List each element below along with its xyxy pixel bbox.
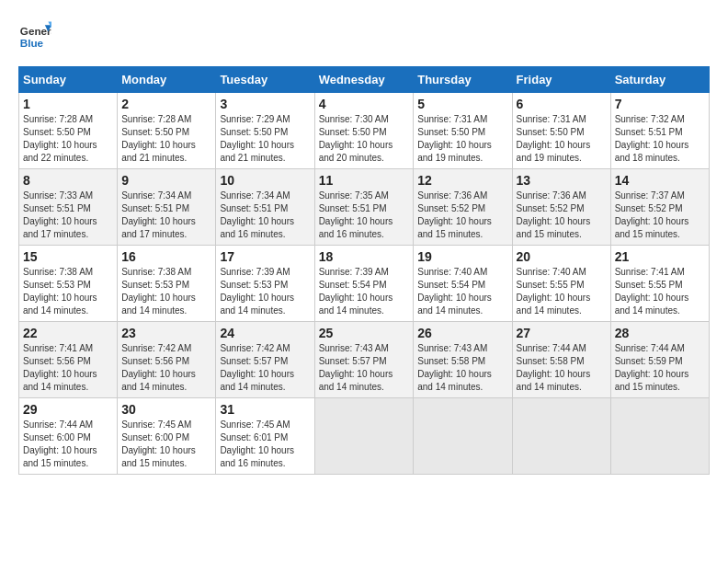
day-number: 20 <box>517 249 607 264</box>
day-info: Sunrise: 7:28 AM Sunset: 5:50 PM Dayligh… <box>121 113 211 165</box>
calendar-cell: 16Sunrise: 7:38 AM Sunset: 5:53 PM Dayli… <box>118 246 216 322</box>
calendar-cell <box>512 398 610 475</box>
calendar-cell: 30Sunrise: 7:45 AM Sunset: 6:00 PM Dayli… <box>118 398 216 475</box>
calendar-cell: 20Sunrise: 7:40 AM Sunset: 5:55 PM Dayli… <box>512 246 610 322</box>
weekday-header-thursday: Thursday <box>414 67 512 93</box>
day-info: Sunrise: 7:41 AM Sunset: 5:56 PM Dayligh… <box>23 342 113 394</box>
day-number: 8 <box>23 173 113 188</box>
calendar-cell: 7Sunrise: 7:32 AM Sunset: 5:51 PM Daylig… <box>610 93 709 169</box>
calendar-body: 1Sunrise: 7:28 AM Sunset: 5:50 PM Daylig… <box>19 93 710 475</box>
day-info: Sunrise: 7:43 AM Sunset: 5:58 PM Dayligh… <box>417 342 507 394</box>
svg-text:Blue: Blue <box>20 37 44 49</box>
day-number: 3 <box>220 97 310 111</box>
calendar-cell: 6Sunrise: 7:31 AM Sunset: 5:50 PM Daylig… <box>512 93 610 169</box>
day-info: Sunrise: 7:34 AM Sunset: 5:51 PM Dayligh… <box>220 190 310 241</box>
calendar-cell: 5Sunrise: 7:31 AM Sunset: 5:50 PM Daylig… <box>414 93 512 169</box>
day-info: Sunrise: 7:32 AM Sunset: 5:51 PM Dayligh… <box>615 113 705 165</box>
day-number: 12 <box>417 173 507 188</box>
day-info: Sunrise: 7:30 AM Sunset: 5:50 PM Dayligh… <box>319 113 410 165</box>
day-info: Sunrise: 7:31 AM Sunset: 5:50 PM Dayligh… <box>417 113 507 165</box>
calendar-cell: 17Sunrise: 7:39 AM Sunset: 5:53 PM Dayli… <box>216 246 314 322</box>
calendar-week-2: 8Sunrise: 7:33 AM Sunset: 5:51 PM Daylig… <box>19 169 710 246</box>
day-info: Sunrise: 7:45 AM Sunset: 6:00 PM Dayligh… <box>121 419 211 470</box>
day-info: Sunrise: 7:42 AM Sunset: 5:56 PM Dayligh… <box>121 342 211 394</box>
day-number: 30 <box>121 402 211 417</box>
calendar-cell: 14Sunrise: 7:37 AM Sunset: 5:52 PM Dayli… <box>610 169 709 246</box>
day-number: 26 <box>417 326 507 340</box>
day-info: Sunrise: 7:33 AM Sunset: 5:51 PM Dayligh… <box>23 190 113 241</box>
day-number: 22 <box>23 326 113 340</box>
day-info: Sunrise: 7:44 AM Sunset: 5:59 PM Dayligh… <box>615 342 705 394</box>
day-info: Sunrise: 7:34 AM Sunset: 5:51 PM Dayligh… <box>121 190 211 241</box>
day-number: 31 <box>220 402 310 417</box>
day-number: 15 <box>23 249 113 264</box>
day-number: 21 <box>615 249 705 264</box>
calendar-cell: 4Sunrise: 7:30 AM Sunset: 5:50 PM Daylig… <box>314 93 414 169</box>
day-info: Sunrise: 7:42 AM Sunset: 5:57 PM Dayligh… <box>220 342 310 394</box>
day-number: 23 <box>121 326 211 340</box>
calendar-cell <box>414 398 512 475</box>
weekday-header-sunday: Sunday <box>19 67 118 93</box>
day-number: 27 <box>517 326 607 340</box>
weekday-header-row: SundayMondayTuesdayWednesdayThursdayFrid… <box>19 67 710 93</box>
calendar-cell: 10Sunrise: 7:34 AM Sunset: 5:51 PM Dayli… <box>216 169 314 246</box>
calendar-cell: 22Sunrise: 7:41 AM Sunset: 5:56 PM Dayli… <box>19 322 118 398</box>
day-number: 5 <box>417 97 507 111</box>
calendar-cell: 28Sunrise: 7:44 AM Sunset: 5:59 PM Dayli… <box>610 322 709 398</box>
day-number: 17 <box>220 249 310 264</box>
calendar-cell: 9Sunrise: 7:34 AM Sunset: 5:51 PM Daylig… <box>118 169 216 246</box>
page-header: General Blue <box>18 18 710 52</box>
day-info: Sunrise: 7:35 AM Sunset: 5:51 PM Dayligh… <box>319 190 410 241</box>
day-info: Sunrise: 7:45 AM Sunset: 6:01 PM Dayligh… <box>220 419 310 470</box>
calendar-cell: 27Sunrise: 7:44 AM Sunset: 5:58 PM Dayli… <box>512 322 610 398</box>
weekday-header-saturday: Saturday <box>610 67 709 93</box>
day-number: 24 <box>220 326 310 340</box>
day-info: Sunrise: 7:36 AM Sunset: 5:52 PM Dayligh… <box>417 190 507 241</box>
calendar-cell: 15Sunrise: 7:38 AM Sunset: 5:53 PM Dayli… <box>19 246 118 322</box>
day-number: 7 <box>615 97 705 111</box>
day-number: 29 <box>23 402 113 417</box>
calendar-cell: 19Sunrise: 7:40 AM Sunset: 5:54 PM Dayli… <box>414 246 512 322</box>
calendar-cell: 8Sunrise: 7:33 AM Sunset: 5:51 PM Daylig… <box>19 169 118 246</box>
logo-icon: General Blue <box>18 18 51 52</box>
calendar-week-4: 22Sunrise: 7:41 AM Sunset: 5:56 PM Dayli… <box>19 322 710 398</box>
day-number: 2 <box>121 97 211 111</box>
calendar-cell: 31Sunrise: 7:45 AM Sunset: 6:01 PM Dayli… <box>216 398 314 475</box>
day-info: Sunrise: 7:39 AM Sunset: 5:53 PM Dayligh… <box>220 266 310 317</box>
weekday-header-friday: Friday <box>512 67 610 93</box>
calendar-cell: 18Sunrise: 7:39 AM Sunset: 5:54 PM Dayli… <box>314 246 414 322</box>
day-number: 9 <box>121 173 211 188</box>
day-info: Sunrise: 7:40 AM Sunset: 5:55 PM Dayligh… <box>517 266 607 317</box>
calendar-cell: 29Sunrise: 7:44 AM Sunset: 6:00 PM Dayli… <box>19 398 118 475</box>
calendar-cell: 13Sunrise: 7:36 AM Sunset: 5:52 PM Dayli… <box>512 169 610 246</box>
calendar-cell: 23Sunrise: 7:42 AM Sunset: 5:56 PM Dayli… <box>118 322 216 398</box>
calendar-cell <box>314 398 414 475</box>
day-info: Sunrise: 7:39 AM Sunset: 5:54 PM Dayligh… <box>319 266 410 317</box>
day-number: 11 <box>319 173 410 188</box>
weekday-header-monday: Monday <box>118 67 216 93</box>
day-number: 13 <box>517 173 607 188</box>
calendar-cell: 21Sunrise: 7:41 AM Sunset: 5:55 PM Dayli… <box>610 246 709 322</box>
calendar-cell: 11Sunrise: 7:35 AM Sunset: 5:51 PM Dayli… <box>314 169 414 246</box>
calendar-cell: 25Sunrise: 7:43 AM Sunset: 5:57 PM Dayli… <box>314 322 414 398</box>
day-info: Sunrise: 7:28 AM Sunset: 5:50 PM Dayligh… <box>23 113 113 165</box>
day-info: Sunrise: 7:41 AM Sunset: 5:55 PM Dayligh… <box>615 266 705 317</box>
calendar-week-3: 15Sunrise: 7:38 AM Sunset: 5:53 PM Dayli… <box>19 246 710 322</box>
day-info: Sunrise: 7:36 AM Sunset: 5:52 PM Dayligh… <box>517 190 607 241</box>
calendar-cell: 24Sunrise: 7:42 AM Sunset: 5:57 PM Dayli… <box>216 322 314 398</box>
weekday-header-tuesday: Tuesday <box>216 67 314 93</box>
calendar-week-5: 29Sunrise: 7:44 AM Sunset: 6:00 PM Dayli… <box>19 398 710 475</box>
day-number: 10 <box>220 173 310 188</box>
calendar-cell: 12Sunrise: 7:36 AM Sunset: 5:52 PM Dayli… <box>414 169 512 246</box>
day-number: 6 <box>517 97 607 111</box>
day-number: 14 <box>615 173 705 188</box>
day-number: 1 <box>23 97 113 111</box>
calendar-cell: 1Sunrise: 7:28 AM Sunset: 5:50 PM Daylig… <box>19 93 118 169</box>
day-info: Sunrise: 7:29 AM Sunset: 5:50 PM Dayligh… <box>220 113 310 165</box>
day-number: 16 <box>121 249 211 264</box>
calendar-cell <box>610 398 709 475</box>
calendar-table: SundayMondayTuesdayWednesdayThursdayFrid… <box>18 66 710 475</box>
calendar-cell: 3Sunrise: 7:29 AM Sunset: 5:50 PM Daylig… <box>216 93 314 169</box>
day-number: 19 <box>417 249 507 264</box>
calendar-cell: 26Sunrise: 7:43 AM Sunset: 5:58 PM Dayli… <box>414 322 512 398</box>
